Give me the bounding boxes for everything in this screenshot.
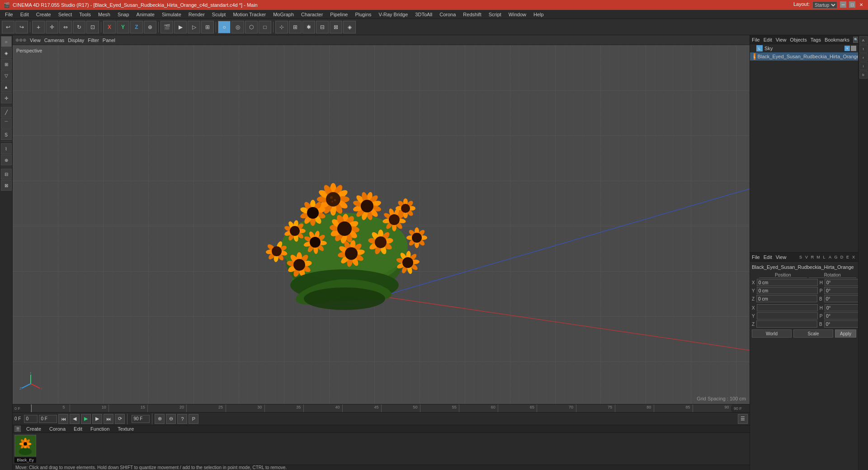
- attr-size-y[interactable]: [757, 312, 818, 320]
- timeline-marks[interactable]: 051015202530354045505560657075808590: [31, 404, 731, 412]
- z-axis-button[interactable]: Z: [130, 21, 143, 33]
- x-axis-button[interactable]: X: [103, 21, 116, 33]
- grid-snap-button[interactable]: ⊞: [289, 21, 302, 33]
- left-sym-2[interactable]: ⊠: [1, 180, 12, 191]
- menu-mograph[interactable]: MoGraph: [270, 11, 297, 18]
- left-paint-mode[interactable]: ◈: [1, 47, 12, 58]
- maximize-button[interactable]: □: [849, 1, 855, 8]
- workplane-button[interactable]: ⊠: [330, 21, 342, 33]
- material-panel-icon[interactable]: ☰: [14, 426, 21, 432]
- menu-tools[interactable]: Tools: [76, 11, 94, 18]
- play-forward-end-button[interactable]: ⏭: [104, 414, 113, 424]
- undo-button[interactable]: ↩: [2, 21, 14, 33]
- playback-extra-3[interactable]: ?: [177, 414, 187, 424]
- vertex-mode-button[interactable]: □: [259, 21, 271, 33]
- frame-value-input[interactable]: [39, 415, 57, 423]
- menu-vray[interactable]: V-Ray Bridge: [376, 11, 411, 18]
- far-right-btn-4[interactable]: i: [859, 62, 868, 70]
- enable-snap-button[interactable]: ✱: [302, 21, 315, 33]
- menu-create[interactable]: Create: [33, 11, 54, 18]
- vp-filter-menu[interactable]: Filter: [88, 38, 99, 43]
- obj-file-menu[interactable]: File: [752, 37, 760, 42]
- play-button[interactable]: ▶: [81, 414, 91, 424]
- playback-extra-4[interactable]: P: [189, 414, 198, 424]
- object-mode-button[interactable]: ○: [218, 21, 231, 33]
- render-button[interactable]: ▶: [174, 21, 187, 33]
- object-item-plant[interactable]: L Black_Eyed_Susan_Rudbeckia_Hirta_Orang…: [750, 52, 858, 61]
- menu-redshift[interactable]: Redshift: [460, 11, 484, 18]
- left-paint-2[interactable]: ⊕: [1, 155, 12, 165]
- menu-select[interactable]: Select: [55, 11, 75, 18]
- transform-tool[interactable]: ⊡: [86, 21, 99, 33]
- menu-pipeline[interactable]: Pipeline: [327, 11, 351, 18]
- world-dropdown-btn[interactable]: World: [752, 329, 792, 338]
- left-paint-1[interactable]: ⌇: [1, 143, 12, 154]
- tab-texture[interactable]: Texture: [115, 425, 137, 432]
- menu-corona[interactable]: Corona: [436, 11, 459, 18]
- obj-view-menu[interactable]: View: [776, 37, 787, 42]
- obj-edit-menu[interactable]: Edit: [764, 37, 772, 42]
- attr-size-z[interactable]: [756, 320, 817, 328]
- object-item-sky[interactable]: L Sky v: [750, 44, 858, 52]
- layout-dropdown[interactable]: Startup: [812, 1, 837, 9]
- tab-function[interactable]: Function: [88, 425, 112, 432]
- floor-snap-button[interactable]: ⊟: [316, 21, 329, 33]
- playback-extra-2[interactable]: ⊖: [166, 414, 176, 424]
- rotate-tool[interactable]: ↻: [73, 21, 85, 33]
- far-right-btn-1[interactable]: A: [859, 36, 868, 44]
- close-button[interactable]: ✕: [858, 1, 864, 8]
- end-frame-input[interactable]: [132, 415, 150, 423]
- move-tool[interactable]: ✛: [46, 21, 58, 33]
- left-sym-1[interactable]: ⊟: [1, 169, 12, 179]
- menu-window[interactable]: Window: [505, 11, 529, 18]
- sky-visible-icon[interactable]: v: [844, 46, 850, 51]
- obj-objects-menu[interactable]: Objects: [790, 37, 807, 42]
- far-right-btn-3[interactable]: r: [859, 53, 868, 61]
- apply-button[interactable]: Apply: [835, 329, 856, 338]
- play-loop-button[interactable]: ⟳: [115, 414, 125, 424]
- timeline-ruler[interactable]: 0 F 051015202530354045505560657075808590…: [13, 404, 750, 412]
- y-axis-button[interactable]: Y: [117, 21, 129, 33]
- left-tool-1[interactable]: ╱: [1, 107, 12, 118]
- redo-button[interactable]: ↪: [15, 21, 28, 33]
- new-button[interactable]: +: [32, 21, 45, 33]
- attr-y-pos[interactable]: [757, 287, 818, 294]
- material-item-1[interactable]: Black_Ey: [14, 435, 36, 463]
- menu-help[interactable]: Help: [530, 11, 547, 18]
- free-move-button[interactable]: ⊕: [144, 21, 156, 33]
- menu-sculpt[interactable]: Sculpt: [209, 11, 229, 18]
- vp-view-menu[interactable]: View: [30, 38, 41, 43]
- extra-toolbar-button[interactable]: ◈: [343, 21, 356, 33]
- attr-size-x[interactable]: [757, 304, 818, 311]
- menu-file[interactable]: File: [2, 11, 16, 18]
- sky-extra-icon[interactable]: [851, 46, 856, 51]
- left-select-mode[interactable]: ▲: [1, 81, 12, 92]
- menu-snap[interactable]: Snap: [114, 11, 132, 18]
- menu-simulate[interactable]: Simulate: [159, 11, 184, 18]
- far-right-btn-2[interactable]: t: [859, 45, 868, 53]
- tab-edit[interactable]: Edit: [71, 425, 85, 432]
- menu-motion-tracker[interactable]: Motion Tracker: [230, 11, 269, 18]
- edge-mode-button[interactable]: ◎: [231, 21, 244, 33]
- tab-create[interactable]: Create: [24, 425, 44, 432]
- poly-mode-button[interactable]: ⬡: [245, 21, 258, 33]
- render-preview-button[interactable]: 🎬: [160, 21, 173, 33]
- attr-z-pos[interactable]: [756, 295, 817, 302]
- menu-character[interactable]: Character: [298, 11, 326, 18]
- vp-panel-menu[interactable]: Panel: [103, 38, 115, 43]
- obj-tags-menu[interactable]: Tags: [811, 37, 821, 42]
- attr-file-menu[interactable]: File: [752, 254, 760, 260]
- frame-input[interactable]: [24, 415, 38, 423]
- render-active-button[interactable]: ▷: [188, 21, 200, 33]
- minimize-button[interactable]: ─: [840, 1, 846, 8]
- obj-bookmarks-menu[interactable]: Bookmarks: [825, 37, 849, 42]
- scale-dropdown-btn[interactable]: Scale: [793, 329, 833, 338]
- menu-plugins[interactable]: Plugins: [352, 11, 374, 18]
- menu-animate[interactable]: Animate: [133, 11, 158, 18]
- menu-mesh[interactable]: Mesh: [95, 11, 113, 18]
- left-tool-2[interactable]: ⌒: [1, 118, 12, 129]
- step-back-button[interactable]: ◀: [70, 414, 80, 424]
- timeline-settings-button[interactable]: ☰: [738, 414, 748, 424]
- tab-corona[interactable]: Corona: [47, 425, 68, 432]
- left-motion-mode[interactable]: ▽: [1, 70, 12, 81]
